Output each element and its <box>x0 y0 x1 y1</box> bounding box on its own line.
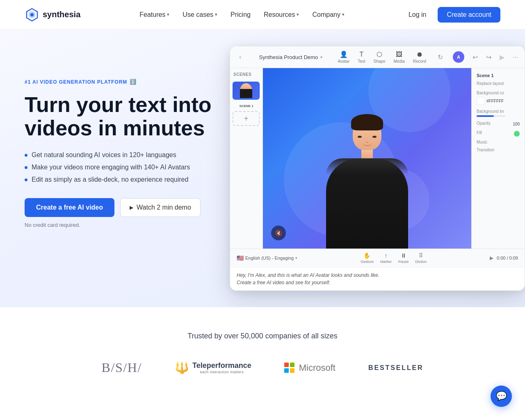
bullet-dot-3 <box>25 178 27 181</box>
avatar-head <box>353 117 381 150</box>
app-title-text: Synthesia Product Demo <box>259 54 318 60</box>
trusted-title: Trusted by over 50,000 companies of all … <box>25 332 500 340</box>
chat-widget-button[interactable]: 💬 <box>491 386 512 407</box>
nav-resources[interactable]: Resources ▾ <box>259 8 304 22</box>
features-chevron-icon: ▾ <box>167 12 169 17</box>
marker-tool[interactable]: ↑ Marker <box>380 252 392 264</box>
app-tool-record[interactable]: ⏺ Record <box>413 51 426 64</box>
lang-chevron-icon: ▾ <box>295 256 297 260</box>
caption-line-1: Hey, I'm Alex, and this is what an AI Av… <box>237 272 379 278</box>
teleperf-name: Teleperformance <box>192 361 251 370</box>
timeline-time: 0:00 / 0:09 <box>497 256 518 260</box>
language-label: English (US) - Engaging <box>245 256 294 260</box>
app-more-icon[interactable]: ⋯ <box>513 54 518 60</box>
gesture-tool[interactable]: ✋ Gesture <box>361 252 374 264</box>
fill-color-dot[interactable] <box>514 131 520 137</box>
app-bottom-tools: ✋ Gesture ↑ Marker ⏸ Pause ⠿ Diction <box>304 252 483 264</box>
pause-tool[interactable]: ⏸ Pause <box>398 252 409 264</box>
logo[interactable]: synthesia <box>25 7 80 22</box>
login-button[interactable]: Log in <box>404 8 431 22</box>
ms-sq-red <box>284 363 289 367</box>
app-title-chevron-icon: ▾ <box>320 55 322 59</box>
svg-point-0 <box>30 13 34 16</box>
panel-opacity-row: Opacity 100 <box>477 121 520 127</box>
scene-add-button[interactable]: + <box>233 111 260 126</box>
company-chevron-icon: ▾ <box>342 12 345 17</box>
shape-icon: ⬡ <box>377 50 382 58</box>
play-timeline-icon: ▶ <box>490 255 493 261</box>
trusted-logos: B/S/H/ 🔱 Teleperformance each interactio… <box>25 360 500 375</box>
hero-cta: Create a free AI video ▶ Watch 2 min dem… <box>25 198 213 217</box>
trusted-section: Trusted by over 50,000 companies of all … <box>0 307 525 400</box>
synthesia-logo-icon <box>25 7 39 22</box>
app-scenes-panel: Scenes SCENE 1 + <box>230 68 263 249</box>
app-tool-shape[interactable]: ⬡ Shape <box>374 50 386 64</box>
microsoft-grid-icon <box>284 363 295 373</box>
create-account-button[interactable]: Create account <box>438 7 500 23</box>
play-icon: ▶ <box>130 205 133 210</box>
app-play-icon[interactable]: ▶ <box>500 53 504 61</box>
microsoft-logo: Microsoft <box>284 363 336 373</box>
bullet-1: Get natural sounding AI voices in 120+ l… <box>25 151 213 159</box>
panel-bg-swatch: #FFFFFF <box>477 97 520 105</box>
app-undo-icon[interactable]: ↩ <box>472 53 478 61</box>
marker-icon: ↑ <box>384 252 387 259</box>
resources-chevron-icon: ▾ <box>297 12 299 17</box>
panel-color-box[interactable] <box>477 97 485 105</box>
record-icon: ⏺ <box>416 51 423 58</box>
hero-title: Turn your text into videos in minutes <box>25 93 213 140</box>
app-right-panel: Scene 1 Replace layout Background co #FF… <box>471 68 525 249</box>
info-icon: ℹ️ <box>130 79 137 85</box>
nav-use-cases[interactable]: Use cases ▾ <box>178 8 222 22</box>
app-mute-button[interactable]: 🔇 <box>271 226 286 240</box>
watch-demo-button[interactable]: ▶ Watch 2 min demo <box>120 198 201 217</box>
app-refresh-icon[interactable]: ↻ <box>438 53 443 61</box>
panel-bg-slider[interactable] <box>477 115 505 117</box>
bullet-dot-2 <box>25 166 27 169</box>
microsoft-name: Microsoft <box>299 363 336 373</box>
hero-section: #1 AI VIDEO GENERATION PLATFORM ℹ️ Turn … <box>0 30 525 307</box>
diction-icon: ⠿ <box>419 252 423 259</box>
scene-1-thumb[interactable] <box>233 82 260 100</box>
avatar-hair <box>351 114 383 130</box>
avatar-figure <box>314 101 420 249</box>
nav-pricing[interactable]: Pricing <box>226 8 256 22</box>
gesture-icon: ✋ <box>363 252 370 259</box>
opacity-label: Opacity <box>477 121 491 126</box>
language-selector[interactable]: 🇺🇸 English (US) - Engaging ▾ <box>237 255 297 261</box>
create-free-video-button[interactable]: Create a free AI video <box>25 198 114 217</box>
no-credit-card-text: No credit card required. <box>25 222 213 228</box>
avatar-icon: 👤 <box>340 50 348 58</box>
teleperf-icon: 🔱 <box>175 361 189 374</box>
fill-label: Fill <box>477 130 482 135</box>
diction-tool[interactable]: ⠿ Diction <box>415 252 427 264</box>
panel-hex-value: #FFFFFF <box>486 99 504 103</box>
panel-bg-image-label: Background im <box>477 109 520 114</box>
panel-scene-title: Scene 1 <box>477 73 520 78</box>
nav-links: Features ▾ Use cases ▾ Pricing Resources… <box>135 8 349 22</box>
media-icon: 🖼 <box>396 51 402 58</box>
nav-company[interactable]: Company ▾ <box>307 8 349 22</box>
transition-label: Transition <box>477 148 520 152</box>
nav-features[interactable]: Features ▾ <box>135 8 174 22</box>
app-back-button[interactable]: ‹ <box>237 52 244 62</box>
avatar-mouth <box>363 143 371 146</box>
app-redo-icon[interactable]: ↪ <box>486 53 491 61</box>
app-toolbar: 👤 Avatar T Text ⬡ Shape 🖼 Media <box>338 50 518 64</box>
app-tool-text[interactable]: T Text <box>358 51 365 64</box>
app-bottom-bar: 🇺🇸 English (US) - Engaging ▾ ✋ Gesture ↑… <box>230 249 525 267</box>
navbar: synthesia Features ▾ Use cases ▾ Pricing… <box>0 0 525 30</box>
panel-fill-row: Fill <box>477 130 520 137</box>
hero-left: #1 AI VIDEO GENERATION PLATFORM ℹ️ Turn … <box>25 54 213 228</box>
avatar-nose <box>366 139 368 143</box>
app-tool-avatar[interactable]: 👤 Avatar <box>338 50 350 64</box>
app-title-center: Synthesia Product Demo ▾ <box>249 54 333 60</box>
app-tool-media[interactable]: 🖼 Media <box>394 51 405 64</box>
opacity-value: 100 <box>513 122 520 126</box>
text-icon: T <box>360 51 364 58</box>
bullet-3: Edit as simply as a slide-deck, no exper… <box>25 176 213 183</box>
panel-bg-color-label: Background co <box>477 91 520 95</box>
app-timeline: ▶ 0:00 / 0:09 <box>490 255 518 261</box>
use-cases-chevron-icon: ▾ <box>215 12 217 17</box>
ms-sq-yellow <box>290 368 294 373</box>
